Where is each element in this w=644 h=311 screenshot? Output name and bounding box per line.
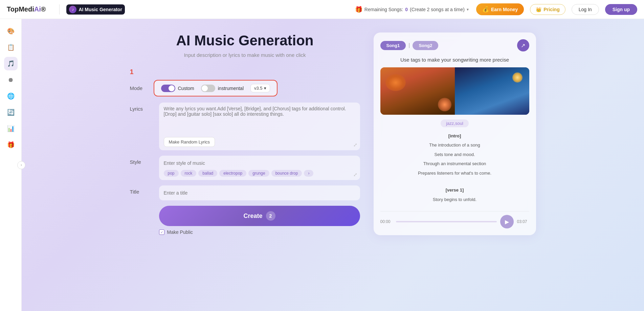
logo-area: TopMediAi®: [7, 5, 46, 13]
coin-icon: 💰: [482, 6, 489, 13]
style-tag-bounce-drop[interactable]: bounce drop: [271, 170, 302, 177]
player-row: 00:00 ▶ 03:07: [380, 211, 529, 228]
song-tabs: Song1 | Song2 ↗: [380, 39, 529, 51]
song2-tab[interactable]: Song2: [413, 41, 438, 50]
mode-label: Mode: [130, 85, 154, 91]
share-icon: ↗: [521, 42, 525, 49]
signup-button[interactable]: Sign up: [605, 4, 637, 15]
artwork-left: [380, 67, 455, 115]
product-name: AI Music Generator: [79, 7, 122, 12]
version-chevron-icon: ▾: [264, 86, 266, 91]
random-lyrics-label: Make Random Lyrics: [169, 139, 210, 145]
instrumental-toggle-label: instrumental: [218, 86, 244, 91]
song-lyrics-display: [intro] The introduction of a song Sets …: [380, 132, 529, 206]
nav-divider: [59, 4, 60, 15]
style-expand-icon: ⤢: [353, 172, 357, 177]
sidebar-item-library[interactable]: 📋: [4, 41, 18, 54]
product-icon: ♪: [69, 6, 76, 13]
custom-toggle[interactable]: [161, 85, 175, 92]
create-count: 2: [266, 211, 275, 221]
right-panel: Song1 | Song2 ↗ Use tags to make your so…: [374, 32, 536, 235]
player-time-start: 00:00: [380, 219, 393, 224]
custom-toggle-group: Custom: [161, 85, 194, 92]
sidebar-item-music[interactable]: 🎵: [4, 57, 18, 70]
main-layout: AI Music Generation Input description or…: [22, 19, 644, 311]
lyrics-field-wrap: ⤢ Make Random Lyrics: [159, 103, 360, 150]
sidebar-item-gifts[interactable]: 🎁: [4, 138, 18, 152]
song-info-title: Use tags to make your songwriting more p…: [380, 57, 529, 63]
sidebar-item-analytics[interactable]: 📊: [4, 122, 18, 135]
style-tag-grunge[interactable]: grunge: [248, 170, 269, 177]
mode-row: Mode Custom instrumental v3.5 ▾: [130, 80, 360, 96]
step-number: 1: [130, 68, 360, 76]
login-button[interactable]: Log In: [572, 4, 599, 15]
earn-money-button[interactable]: 💰 Earn Money: [476, 3, 524, 15]
play-icon: ▶: [505, 219, 509, 225]
intro-line2: Sets tone and mood.: [380, 151, 529, 158]
intro-line4: Prepares listeners for what's to come.: [380, 169, 529, 177]
create-button[interactable]: Create 2: [159, 206, 360, 226]
page-subtitle: Input description or lyrics to make musi…: [130, 52, 360, 58]
sidebar-item-audio[interactable]: 🌐: [4, 89, 18, 103]
product-badge: ♪ AI Music Generator: [66, 4, 125, 15]
song1-tab[interactable]: Song1: [380, 41, 406, 50]
intro-line3: Through an instrumental section: [380, 160, 529, 168]
remaining-songs-info: 🎁 Remaining Songs: 0 (Create 2 songs at …: [355, 6, 469, 13]
remaining-dropdown-arrow[interactable]: ▾: [467, 7, 469, 12]
sidebar-expand-button[interactable]: ›: [17, 161, 25, 169]
create-label: Create: [243, 213, 262, 220]
song-artwork: [380, 67, 529, 115]
lyrics-row: Lyrics ⤢ Make Random Lyrics: [130, 103, 360, 150]
intro-tag: [intro]: [380, 132, 529, 140]
version-select[interactable]: v3.5 ▾: [250, 84, 270, 92]
brand-name: TopMediAi®: [7, 5, 46, 13]
gift-icon: 🎁: [355, 6, 362, 13]
custom-toggle-knob: [169, 85, 175, 91]
style-tags: pop rock ballad electropop grunge bounce…: [164, 170, 355, 177]
sidebar: 🎨 📋 🎵 ⏺ 🌐 🔄 📊 🎁 ›: [0, 19, 22, 311]
style-tag-ballad[interactable]: ballad: [198, 170, 217, 177]
expand-icon: ⤢: [353, 142, 357, 148]
share-button[interactable]: ↗: [517, 39, 529, 51]
pricing-label: Pricing: [543, 7, 559, 12]
player-track[interactable]: [396, 221, 497, 222]
instrumental-toggle-group: instrumental: [201, 85, 244, 92]
style-tag-rock[interactable]: rock: [181, 170, 197, 177]
style-tag-pop[interactable]: pop: [164, 170, 179, 177]
pricing-button[interactable]: 👑 Pricing: [530, 4, 565, 15]
style-tag-electropop[interactable]: electropop: [219, 170, 246, 177]
verse1-line2: Features the main narrative.: [380, 205, 529, 206]
player-play-button[interactable]: ▶: [500, 215, 514, 228]
player-time-end: 03:07: [517, 219, 529, 224]
instrumental-toggle[interactable]: [201, 85, 215, 92]
remaining-note: (Create 2 songs at a time): [410, 7, 465, 12]
login-label: Log In: [579, 7, 592, 12]
style-field-wrap: ⤢ pop rock ballad electropop grunge boun…: [159, 156, 360, 180]
left-panel: AI Music Generation Input description or…: [130, 32, 360, 235]
sidebar-item-record[interactable]: ⏺: [4, 73, 18, 87]
top-navigation: TopMediAi® ♪ AI Music Generator 🎁 Remain…: [0, 0, 644, 19]
lyrics-textarea[interactable]: [164, 106, 355, 133]
artwork-right: [455, 67, 529, 115]
title-row: Title: [130, 185, 360, 200]
style-input[interactable]: [164, 159, 355, 167]
song-tags-area: jazz,soul: [380, 119, 529, 127]
style-row: Style ⤢ pop rock ballad electropop grung…: [130, 156, 360, 180]
sidebar-item-discover[interactable]: 🎨: [4, 24, 18, 38]
random-lyrics-button[interactable]: Make Random Lyrics: [164, 137, 215, 147]
crown-icon: 👑: [536, 7, 541, 12]
make-public-checkbox[interactable]: ✓: [159, 229, 164, 235]
remaining-label: Remaining Songs:: [364, 7, 403, 12]
create-row: Create 2: [159, 206, 360, 226]
instrumental-toggle-knob: [202, 85, 208, 91]
mode-box: Custom instrumental v3.5 ▾: [154, 80, 277, 96]
version-label: v3.5: [254, 86, 263, 91]
title-input[interactable]: [164, 189, 355, 197]
make-public-label: Make Public: [167, 229, 193, 235]
sidebar-item-loops[interactable]: 🔄: [4, 106, 18, 119]
style-tag-more[interactable]: ›: [304, 170, 313, 177]
page-title: AI Music Generation: [130, 32, 360, 49]
intro-line1: The introduction of a song: [380, 141, 529, 149]
tab-divider: |: [408, 42, 410, 48]
title-label: Title: [130, 185, 154, 195]
